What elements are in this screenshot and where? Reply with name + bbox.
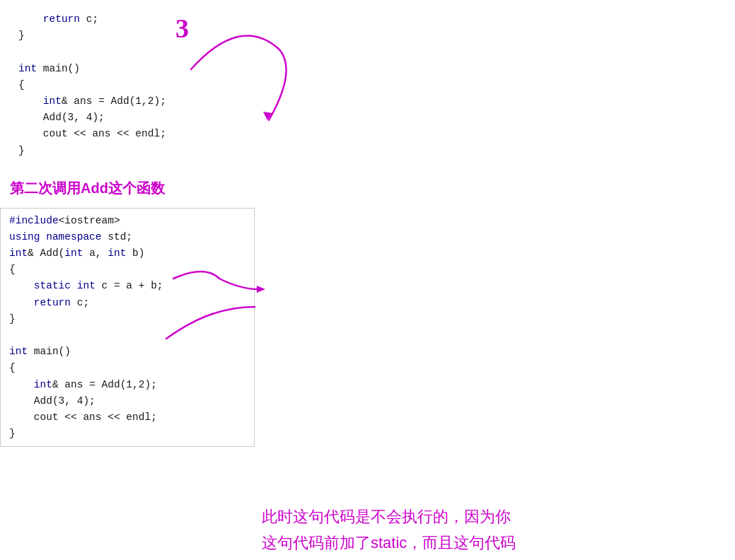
code-line: { xyxy=(18,77,717,93)
code-line: static int c = a + b; xyxy=(9,278,245,294)
section-heading: 第二次调用Add这个函数 xyxy=(0,166,735,208)
code-line: { xyxy=(9,262,245,278)
code-line: int main() xyxy=(18,61,717,77)
annotation-text: 此时这句代码是不会执行的，因为你 这句代码前加了static，而且这句代码 是用… xyxy=(262,503,686,560)
code-line xyxy=(18,44,717,60)
code-line: } xyxy=(9,311,245,327)
code-line: cout << ans << endl; xyxy=(9,409,245,426)
code-line: using namespace std; xyxy=(9,229,245,245)
code-line: { xyxy=(9,360,245,376)
code-line: int& ans = Add(1,2); xyxy=(18,93,717,110)
code-line: return c; xyxy=(18,11,717,28)
annotation-line-3: 是用来定义变量c的，如果在执行一次 xyxy=(262,556,686,560)
code-line: Add(3, 4); xyxy=(9,393,245,409)
code-line: } xyxy=(9,426,245,442)
bottom-code-block: #include<iostream> using namespace std; … xyxy=(0,208,255,448)
top-code: return c; } int main() { int& ans = Add(… xyxy=(10,7,725,163)
bottom-section: #include<iostream> using namespace std; … xyxy=(0,208,735,448)
code-line xyxy=(9,327,245,344)
code-line: int& Add(int a, int b) xyxy=(9,245,245,262)
code-line: } xyxy=(18,143,717,159)
number-annotation: 3 xyxy=(175,13,189,44)
annotation-line-2: 这句代码前加了static，而且这句代码 xyxy=(262,530,686,556)
svg-marker-1 xyxy=(257,286,265,293)
code-line: int main() xyxy=(9,344,245,360)
code-line: cout << ans << endl; xyxy=(18,126,717,142)
code-line: return c; xyxy=(9,295,245,311)
code-line: Add(3, 4); xyxy=(18,110,717,126)
code-line: #include<iostream> xyxy=(9,213,245,229)
top-code-block: return c; } int main() { int& ans = Add(… xyxy=(0,7,735,163)
annotation-line-1: 此时这句代码是不会执行的，因为你 xyxy=(262,503,686,530)
code-line: } xyxy=(18,28,717,44)
code-line: int& ans = Add(1,2); xyxy=(9,377,245,393)
